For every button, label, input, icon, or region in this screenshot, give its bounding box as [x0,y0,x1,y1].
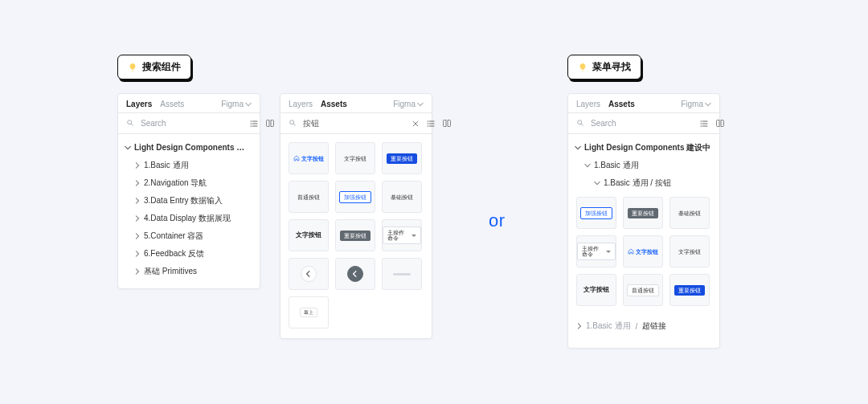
home-icon [293,155,300,161]
asset-tile[interactable] [335,258,375,290]
tree-leaf[interactable]: 1.Basic 通用 / 按钮 [568,174,719,192]
tree-root[interactable]: Light Design Components 建设中 [568,139,719,157]
asset-tile[interactable]: 主操作命令 [382,219,422,251]
file-selector[interactable]: Figma [393,100,424,108]
book-icon[interactable] [265,119,275,129]
tree-item[interactable]: 4.Data Display 数据展现 [118,210,260,227]
asset-tile[interactable]: 普通按钮 [623,274,663,306]
tab-layers[interactable]: Layers [289,100,313,108]
circle-button-prev [301,266,317,282]
svg-point-0 [128,120,132,124]
asset-tile[interactable]: 加强按钮 [576,197,616,229]
asset-tile[interactable]: 文字按钮 [335,142,375,174]
asset-tile[interactable]: 文字按钮 [576,274,616,306]
tree-branch[interactable]: 1.Basic 通用 [568,157,719,174]
enhanced-button-chip: 加强按钮 [580,207,612,219]
file-selector[interactable]: Figma [681,100,711,108]
tree-item[interactable]: 2.Navigation 导航 [118,174,260,192]
home-text-button-chip: 文字按钮 [624,246,662,257]
file-name: Figma [681,100,703,108]
top-chip: 章上 [300,308,317,317]
tab-layers[interactable]: Layers [126,100,152,108]
chevron-right-icon [125,145,131,151]
asset-tile[interactable]: 重要按钮 [623,197,663,229]
tree-item[interactable]: 5.Container 容器 [118,227,260,245]
normal-button-chip: 普通按钮 [293,192,324,202]
panel-assets-search: Layers Assets Figma [280,93,432,339]
chevron-right-icon [134,251,141,257]
stage: 搜索组件 菜单寻找 Layers Assets Figma [0,0,868,404]
bulb-icon [578,63,588,72]
tree-root[interactable]: Light Design Components 建设中 [118,139,260,157]
asset-tile[interactable]: 普通按钮 [289,181,329,213]
search-icon [126,119,134,129]
file-selector[interactable]: Figma [221,100,252,108]
crumb-sep: / [634,322,640,331]
asset-tile[interactable]: 重要按钮 [669,274,710,306]
tree-root-label: Light Design Components 建设中 [134,142,252,153]
tree-item[interactable]: 3.Data Entry 数据输入 [118,192,260,210]
asset-tile[interactable]: 重要按钮 [382,142,422,174]
asset-tile[interactable]: 文字按钮 [289,219,329,251]
basic-button-chip: 基础按钮 [387,192,417,202]
badge-menu-label: 菜单寻找 [592,60,631,74]
tab-assets[interactable]: Assets [608,100,635,108]
enhanced-button-chip: 加强按钮 [339,191,371,203]
search-input[interactable] [139,118,244,129]
list-view-icon[interactable] [249,119,259,129]
text-button-chip: 文字按钮 [340,153,371,164]
asset-tile[interactable] [289,258,329,290]
tree-item[interactable]: 基础 Primitives [118,263,260,280]
circle-button-prev-dark [347,266,363,282]
badge-search-components: 搜索组件 [117,55,191,80]
panel-layers-tree: Layers Assets Figma [117,93,260,289]
bar-button-chip [393,273,411,275]
text-button-bold-chip: 文字按钮 [579,284,614,296]
search-input[interactable] [589,118,694,129]
chevron-right-icon [134,215,141,222]
main-action-chip: 主操作命令 [383,226,421,244]
book-icon[interactable] [442,119,452,129]
search-input[interactable] [301,118,407,129]
chevron-right-icon [594,180,600,186]
list-view-icon[interactable] [426,119,436,129]
chevron-right-icon [584,162,591,169]
clear-search-icon[interactable] [411,120,420,128]
svg-point-1 [290,120,294,124]
asset-tile[interactable]: 基础按钮 [669,197,710,229]
badge-search-label: 搜索组件 [142,60,181,74]
chevron-down-icon [705,101,711,108]
chevron-right-icon [575,145,581,151]
tree-item[interactable]: 6.Feedback 反馈 [118,245,260,263]
list-view-icon[interactable] [699,119,709,129]
primary-grey-button-chip: 重要按钮 [628,208,658,218]
asset-tile[interactable]: 基础按钮 [382,181,422,213]
chevron-right-icon [134,233,141,239]
chevron-right-icon [134,198,141,204]
tab-assets[interactable]: Assets [321,100,347,108]
asset-tile[interactable]: 重要按钮 [335,219,375,251]
asset-tile[interactable] [382,258,422,290]
home-text-button-chip: 文字按钮 [289,153,328,164]
asset-tile[interactable]: 加强按钮 [335,181,375,213]
primary-button-chip: 重要按钮 [674,285,705,296]
crumb-leaf: 超链接 [642,320,666,332]
tree-crumb[interactable]: 1.Basic 通用 / 超链接 [568,316,719,340]
chevron-right-icon [134,180,141,186]
tree-root-label: Light Design Components 建设中 [584,142,710,153]
chevron-down-icon [417,101,424,108]
text-button-bold-chip: 文字按钮 [292,230,326,241]
tree-item[interactable]: 1.Basic 通用 [118,157,260,174]
asset-tile[interactable]: 文字按钮 [623,235,663,267]
tab-assets[interactable]: Assets [160,100,184,108]
book-icon[interactable] [715,119,725,129]
asset-tile[interactable]: 主操作命令 [576,235,616,267]
asset-tile[interactable]: 文字按钮 [289,142,329,174]
badge-menu-browse: 菜单寻找 [567,55,641,80]
search-icon [289,119,297,129]
asset-tile[interactable]: 文字按钮 [669,235,710,267]
asset-tile[interactable]: 章上 [289,296,329,329]
panel-assets-browse: Layers Assets Figma [567,93,720,349]
chevron-right-icon [134,162,141,169]
tab-layers[interactable]: Layers [576,100,600,108]
